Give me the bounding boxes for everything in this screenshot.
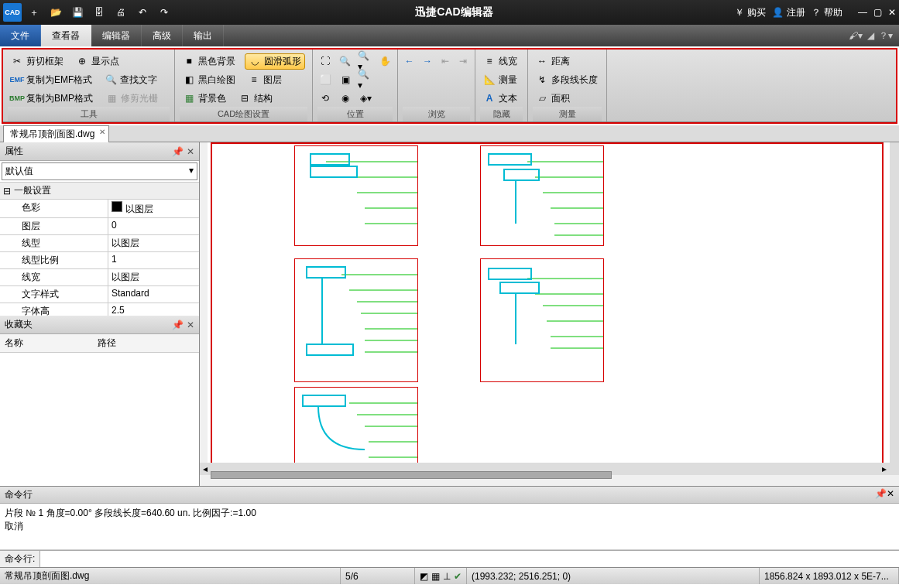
props-row[interactable]: 线宽以图层 [0, 269, 199, 286]
window-icon[interactable]: ▣ [338, 72, 353, 87]
menu-viewer[interactable]: 查看器 [41, 25, 91, 46]
panel-toggle-icon[interactable]: ◢ [867, 30, 874, 41]
panel-close-icon[interactable]: ✕ [187, 146, 194, 157]
zoom-out-dropdown[interactable]: 🔍▾ [358, 72, 373, 87]
menu-output[interactable]: 输出 [183, 25, 224, 46]
props-row[interactable]: 图层0 [0, 218, 199, 235]
zoom-icon[interactable]: 🔍 [338, 53, 353, 69]
color-icon: ▦ [183, 92, 195, 104]
svg-rect-40 [303, 395, 345, 406]
measure-toggle-button[interactable]: 📐测量 [480, 73, 520, 87]
vertical-scrollbar[interactable] [890, 142, 899, 475]
open-icon[interactable]: 📂 [46, 3, 65, 22]
find-text-button[interactable]: 🔍查找文字 [101, 73, 160, 87]
scroll-right-icon[interactable]: ▸ [879, 463, 890, 474]
props-row[interactable]: 线型比例1 [0, 252, 199, 269]
save-icon[interactable]: 💾 [68, 3, 87, 22]
props-key: 文字样式 [0, 286, 108, 303]
zoom-in-dropdown[interactable]: 🔍▾ [358, 53, 373, 69]
favorites-title: 收藏夹 [5, 318, 33, 331]
question-icon: ？ [812, 6, 821, 19]
cut-frame-button[interactable]: ✂剪切框架 [8, 54, 67, 69]
menu-editor[interactable]: 编辑器 [91, 25, 142, 46]
props-default-dropdown[interactable]: 默认值▾ [2, 162, 197, 180]
extents-icon[interactable]: ⬜ [317, 72, 333, 87]
style-dropdown-icon[interactable]: 🖌▾ [849, 30, 863, 41]
close-icon[interactable]: ✕ [888, 7, 896, 18]
pin-icon[interactable]: 📌 [875, 488, 887, 499]
properties-table: ⊟一般设置 色彩以图层图层0线型以图层线型比例1线宽以图层文字样式Standar… [0, 182, 199, 316]
command-prompt-label: 命令行: [0, 551, 40, 567]
copy-bmp-button[interactable]: BMP复制为BMP格式 [8, 91, 96, 106]
saveall-icon[interactable]: 🗄 [90, 3, 108, 22]
osnap-icon[interactable]: ✔ [454, 571, 462, 582]
register-button[interactable]: 👤注册 [772, 6, 805, 19]
props-row[interactable]: 线型以图层 [0, 235, 199, 252]
redo-icon[interactable]: ↷ [155, 3, 173, 22]
copy-emf-button[interactable]: EMF复制为EMF格式 [8, 73, 95, 87]
show-point-button[interactable]: ⊕显示点 [73, 54, 122, 69]
bg-color-button[interactable]: ▦背景色 [180, 91, 229, 106]
buy-button[interactable]: ￥购买 [735, 6, 766, 19]
minimize-icon[interactable]: — [858, 7, 867, 18]
pan-icon[interactable]: ✋ [377, 53, 393, 69]
black-bg-button[interactable]: ■黑色背景 [180, 54, 238, 69]
pin-icon[interactable]: 📌 [172, 146, 184, 157]
horizontal-scrollbar[interactable]: ◂ ▸ [200, 463, 890, 475]
props-row[interactable]: 色彩以图层 [0, 200, 199, 218]
props-section-general[interactable]: ⊟一般设置 [0, 183, 199, 200]
ortho-icon[interactable]: ⊥ [443, 571, 451, 582]
drawing-canvas[interactable] [208, 142, 890, 463]
first-icon[interactable]: ⇤ [439, 53, 452, 69]
prev-icon[interactable]: ← [403, 53, 416, 69]
props-row[interactable]: 文字样式Standard [0, 286, 199, 303]
area-button[interactable]: ▱面积 [533, 91, 573, 106]
props-value: Standard [108, 286, 199, 303]
document-tab-label: 常规吊顶剖面图.dwg [10, 128, 94, 139]
bw-draw-button[interactable]: ◧黑白绘图 [180, 73, 238, 87]
pin-icon[interactable]: 📌 [172, 320, 184, 330]
smooth-arc-button[interactable]: ◡圆滑弧形 [245, 53, 305, 70]
ruler-icon: 📐 [483, 74, 496, 86]
ribbon-group-tools-label: 工具 [8, 107, 170, 121]
panel-close-icon[interactable]: ✕ [887, 488, 894, 499]
print-icon[interactable]: 🖨 [112, 3, 130, 22]
maximize-icon[interactable]: ▢ [873, 7, 882, 18]
tree-icon: ⊟ [238, 92, 251, 104]
undo-icon[interactable]: ↶ [133, 3, 152, 22]
view-dropdown[interactable]: ◈▾ [358, 91, 373, 106]
layers-button[interactable]: ≡图层 [245, 73, 285, 87]
props-value: 以图层 [108, 235, 199, 251]
fit-icon[interactable]: ⛶ [317, 53, 333, 69]
props-key: 色彩 [0, 200, 108, 217]
panel-close-icon[interactable]: ✕ [187, 320, 194, 330]
target-icon: ⊕ [76, 55, 88, 67]
scroll-left-icon[interactable]: ◂ [200, 463, 211, 474]
command-input[interactable] [40, 551, 899, 567]
snap-icon[interactable]: ◩ [420, 571, 428, 582]
tab-close-icon[interactable]: ✕ [99, 128, 105, 136]
help-button[interactable]: ？帮助 [812, 6, 842, 19]
menu-advanced[interactable]: 高级 [142, 25, 183, 46]
menu-file[interactable]: 文件 [0, 25, 41, 46]
polyline-length-button[interactable]: ↯多段线长度 [533, 73, 601, 87]
orbit-icon[interactable]: ◉ [338, 91, 353, 106]
trim-raster-button[interactable]: ▦修剪光栅 [102, 91, 161, 106]
black-square-icon: ■ [183, 55, 195, 67]
text-toggle-button[interactable]: A文本 [480, 91, 520, 106]
distance-button[interactable]: ↔距离 [533, 54, 573, 69]
props-row[interactable]: 字体高2.5 [0, 303, 199, 316]
help-small-icon[interactable]: ？▾ [879, 29, 893, 43]
ribbon-group-measure-label: 测量 [533, 107, 602, 121]
document-tab[interactable]: 常规吊顶剖面图.dwg ✕ [3, 125, 109, 142]
search-icon: 🔍 [105, 74, 117, 86]
rotate-icon[interactable]: ⟲ [317, 91, 333, 106]
last-icon[interactable]: ⇥ [457, 53, 470, 69]
linewidth-button[interactable]: ≡线宽 [480, 54, 520, 69]
grid-toggle-icon[interactable]: ▦ [431, 571, 440, 582]
props-value: 2.5 [108, 303, 199, 316]
structure-button[interactable]: ⊟结构 [235, 91, 276, 106]
next-icon[interactable]: → [420, 53, 434, 69]
props-value: 1 [108, 252, 199, 268]
new-icon[interactable]: ＋ [25, 3, 43, 22]
